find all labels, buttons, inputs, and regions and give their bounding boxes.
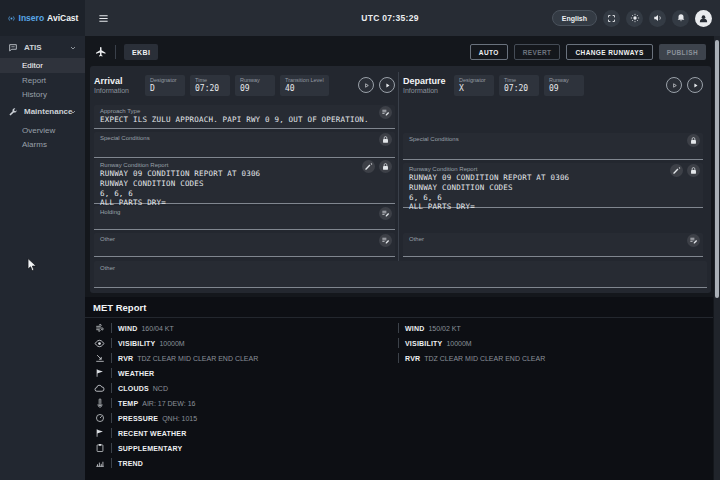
departure-column: Departure Information Designator X Time … bbox=[403, 66, 703, 293]
arrival-designator-field[interactable]: Designator D bbox=[145, 75, 185, 96]
met-row-rvr: RVR TDZ CLEAR MID CLEAR END CLEAR bbox=[93, 351, 393, 365]
departure-other-section[interactable]: Other bbox=[403, 233, 703, 257]
edit-note-icon[interactable] bbox=[379, 207, 392, 220]
app-root: InseroAviCast UTC 07:35:29 English bbox=[0, 0, 720, 480]
met-row-recent-weather: RECENT WEATHER bbox=[93, 426, 393, 440]
edit-note-icon[interactable] bbox=[379, 234, 392, 247]
met-row-wind-departure: WIND 150/02 KT bbox=[398, 321, 698, 335]
scrollbar-thumb[interactable] bbox=[715, 40, 719, 298]
divider bbox=[111, 368, 112, 378]
play-filled-icon bbox=[691, 81, 700, 90]
edit-note-icon[interactable] bbox=[687, 234, 700, 247]
sidebar-item-label: Overview bbox=[22, 126, 55, 135]
met-report-title: MET Report bbox=[93, 302, 146, 313]
maintenance-icon bbox=[8, 107, 18, 117]
arrival-column: Arrival Information Designator D Time 07… bbox=[94, 66, 395, 293]
divider bbox=[111, 458, 112, 468]
departure-special-conditions-section[interactable]: Special Conditions bbox=[403, 133, 703, 160]
sidebar-section-maintenance[interactable]: Maintenance bbox=[0, 104, 85, 119]
supplementary-icon bbox=[93, 443, 106, 453]
sidebar-item-label: History bbox=[22, 90, 47, 99]
change-runways-button[interactable]: CHANGE RUNWAYS bbox=[566, 44, 652, 60]
departure-designator-field[interactable]: Designator X bbox=[454, 75, 494, 96]
weather-icon bbox=[93, 368, 106, 378]
divider bbox=[398, 323, 399, 333]
lock-icon[interactable] bbox=[379, 160, 392, 173]
arrival-special-conditions-section[interactable]: Special Conditions bbox=[94, 132, 395, 158]
met-row-visibility-departure: VISIBILITY 10000M bbox=[398, 336, 698, 350]
departure-play-button[interactable] bbox=[687, 77, 703, 93]
account-button[interactable] bbox=[695, 10, 712, 27]
chevron-down-icon bbox=[69, 108, 77, 116]
arrival-play-button[interactable] bbox=[379, 77, 395, 93]
lock-icon[interactable] bbox=[379, 133, 392, 146]
brightness-icon bbox=[630, 13, 640, 23]
pencil-icon[interactable] bbox=[362, 160, 375, 173]
departure-runway-condition-report-section[interactable]: Runway Condition Report RUNWAY 09 CONDIT… bbox=[403, 163, 703, 208]
sidebar-item-history[interactable]: History bbox=[0, 87, 85, 102]
notifications-button[interactable] bbox=[672, 10, 689, 27]
arrival-play-preview-button[interactable] bbox=[358, 77, 374, 93]
menu-toggle-button[interactable] bbox=[95, 10, 111, 26]
sidebar-item-editor[interactable]: Editor bbox=[0, 58, 85, 73]
divider bbox=[111, 443, 112, 453]
pencil-icon[interactable] bbox=[670, 164, 683, 177]
play-filled-icon bbox=[383, 81, 392, 90]
arrival-transition-level-field[interactable]: Transition Level 40 bbox=[280, 75, 329, 96]
atis-editor-panel: Arrival Information Designator D Time 07… bbox=[90, 66, 711, 293]
lock-icon[interactable] bbox=[687, 164, 700, 177]
language-button[interactable]: English bbox=[552, 10, 597, 26]
play-outline-icon bbox=[670, 81, 679, 90]
sidebar-section-atis[interactable]: ATIS bbox=[0, 40, 85, 55]
sidebar-item-report[interactable]: Report bbox=[0, 73, 85, 88]
topbar-actions: English bbox=[552, 0, 712, 36]
play-outline-icon bbox=[362, 81, 371, 90]
main-content: EKBI AUTO REVERT CHANGE RUNWAYS PUBLISH … bbox=[85, 36, 720, 480]
met-row-trend: TREND bbox=[93, 456, 393, 470]
brightness-button[interactable] bbox=[626, 10, 643, 27]
visibility-icon bbox=[93, 338, 106, 349]
arrival-time-field[interactable]: Time 07:20 bbox=[190, 75, 230, 96]
arrival-approach-type-section[interactable]: Approach Type EXPECT ILS ZULU APPROACH. … bbox=[94, 105, 395, 129]
fullscreen-button[interactable] bbox=[603, 10, 620, 27]
edit-note-icon[interactable] bbox=[379, 106, 392, 119]
divider bbox=[398, 338, 399, 348]
other-full-width-section[interactable]: Other bbox=[94, 261, 707, 288]
departure-runway-field[interactable]: Runway 09 bbox=[544, 75, 584, 96]
divider bbox=[85, 317, 713, 318]
met-row-wind: WIND 160/04 KT bbox=[93, 321, 393, 335]
fullscreen-icon bbox=[607, 14, 616, 23]
temperature-icon bbox=[93, 398, 106, 408]
divider bbox=[111, 413, 112, 423]
volume-button[interactable] bbox=[649, 10, 666, 27]
wind-icon bbox=[93, 323, 106, 333]
hamburger-icon bbox=[98, 13, 109, 24]
lock-icon[interactable] bbox=[687, 134, 700, 147]
atis-icon bbox=[8, 43, 18, 53]
arrival-runway-condition-report-section[interactable]: Runway Condition Report RUNWAY 09 CONDIT… bbox=[94, 159, 395, 204]
departure-play-preview-button[interactable] bbox=[666, 77, 682, 93]
sidebar-item-label: Alarms bbox=[22, 140, 47, 149]
arrival-other-section[interactable]: Other bbox=[94, 233, 395, 257]
trend-icon bbox=[93, 458, 106, 468]
sidebar-item-overview[interactable]: Overview bbox=[0, 123, 85, 138]
auto-button[interactable]: AUTO bbox=[470, 44, 508, 60]
sidebar-item-alarms[interactable]: Alarms bbox=[0, 137, 85, 152]
bell-icon bbox=[676, 13, 686, 23]
publish-button[interactable]: PUBLISH bbox=[659, 44, 706, 60]
sidebar: ATIS Editor Report History Maintenance O… bbox=[0, 36, 85, 480]
brand-suffix: AviCast bbox=[47, 13, 78, 23]
divider bbox=[111, 323, 112, 333]
divider bbox=[111, 383, 112, 393]
rvr-icon bbox=[93, 353, 106, 363]
arrival-holding-section[interactable]: Holding bbox=[94, 206, 395, 230]
brand-prefix: Insero bbox=[19, 13, 45, 23]
divider bbox=[111, 398, 112, 408]
arrival-runway-field[interactable]: Runway 09 bbox=[235, 75, 275, 96]
airport-tab-ekbi[interactable]: EKBI bbox=[124, 44, 158, 60]
revert-button[interactable]: REVERT bbox=[514, 44, 561, 60]
departure-time-field[interactable]: Time 07:20 bbox=[499, 75, 539, 96]
arrival-header: Arrival Information Designator D Time 07… bbox=[94, 70, 395, 100]
account-icon bbox=[698, 13, 709, 24]
chevron-down-icon bbox=[69, 44, 77, 52]
